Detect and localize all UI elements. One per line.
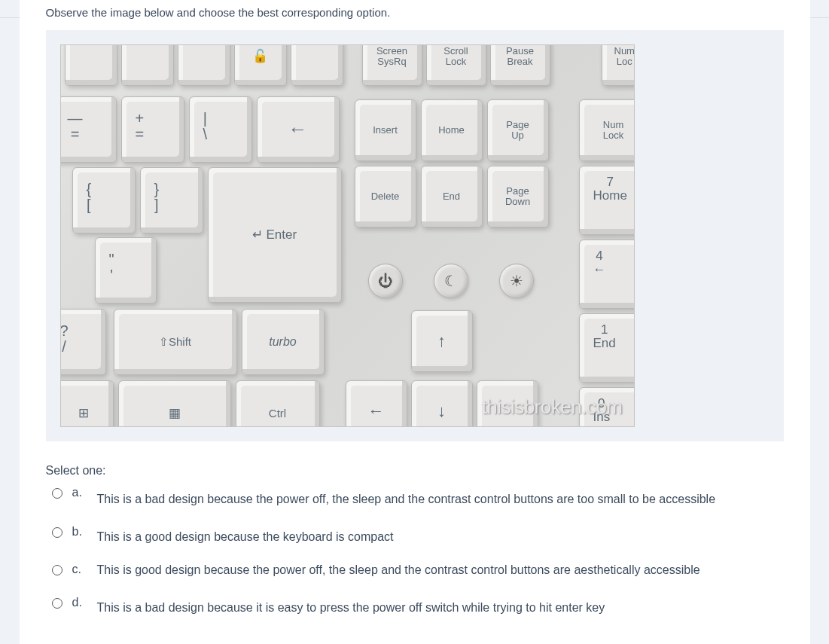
key-insert: Insert	[355, 99, 416, 161]
key-print-screen: Screen SysRq	[362, 44, 422, 86]
key-f8	[65, 44, 117, 86]
option-letter: c.	[72, 563, 87, 576]
key-space-frag: ▦	[118, 380, 231, 427]
option-d[interactable]: d. This is a bad design because it is ea…	[52, 597, 784, 615]
option-text: This is a good design because the keyboa…	[97, 530, 784, 544]
key-pipe: | \	[189, 96, 252, 163]
key-end: End	[421, 166, 483, 227]
key-backspace: ←	[257, 96, 340, 163]
key-scroll-lock: Scroll Lock	[426, 44, 486, 86]
option-text: This is a bad design because it is easy …	[97, 601, 784, 615]
key-shift: ⇧Shift	[114, 309, 237, 375]
select-one-label: Select one:	[46, 464, 784, 478]
key-pause-break: Pause Break	[490, 44, 550, 86]
option-c[interactable]: c. This is good design because the power…	[52, 563, 784, 577]
option-text: This is a bad design because the power o…	[97, 493, 784, 506]
key-apostrophe: " '	[95, 237, 157, 304]
key-f11: 🔓	[234, 44, 287, 86]
key-turbo: turbo	[242, 309, 325, 375]
key-f9	[121, 44, 174, 86]
key-numpad-7: 7 Home	[579, 166, 635, 235]
key-arrow-left: ←	[346, 380, 407, 427]
key-plus: + =	[121, 96, 184, 163]
key-enter: ↵ Enter	[208, 167, 342, 303]
quiz-page: Observe the image below and choose the b…	[20, 0, 810, 644]
radio-icon[interactable]	[52, 488, 62, 499]
radio-icon[interactable]	[52, 598, 62, 609]
keyboard-image: 🔓 Screen SysRq Scroll Lock Pause Break N…	[60, 44, 635, 427]
key-arrow-down: ↓	[411, 380, 473, 427]
key-numpad-4: 4 ←	[579, 240, 635, 309]
option-b[interactable]: b. This is a good design because the key…	[52, 526, 784, 544]
options-list: a. This is a bad design because the powe…	[52, 487, 784, 615]
key-num-lock: Num Lock	[579, 99, 635, 161]
radio-icon[interactable]	[52, 565, 62, 575]
key-win: ⊞	[60, 380, 114, 427]
key-numlock-clipped: Num Loc	[602, 44, 635, 86]
key-bracket-r: } ]	[140, 167, 203, 233]
image-holder: 🔓 Screen SysRq Scroll Lock Pause Break N…	[46, 30, 784, 441]
brightness-button-icon: ☀	[499, 264, 534, 298]
image-watermark: thisisbroken.com	[481, 395, 622, 419]
question-prompt: Observe the image below and choose the b…	[46, 6, 784, 19]
key-delete: Delete	[355, 166, 416, 227]
key-bracket-l: { [	[72, 167, 136, 233]
key-f10	[178, 44, 230, 86]
question-container: Observe the image below and choose the b…	[35, 0, 795, 630]
option-letter: d.	[72, 596, 87, 609]
key-page-up: Page Up	[487, 99, 549, 161]
radio-icon[interactable]	[52, 527, 62, 538]
key-ctrl: Ctrl	[236, 380, 320, 427]
option-a[interactable]: a. This is a bad design because the powe…	[52, 487, 784, 506]
option-text: This is good design because the power of…	[97, 563, 784, 577]
key-home: Home	[421, 99, 483, 161]
key-numpad-1: 1 End	[579, 313, 635, 383]
key-page-down: Page Down	[487, 166, 549, 227]
option-letter: a.	[72, 486, 87, 499]
key-arrow-up: ↑	[411, 310, 473, 372]
key-minus: — =	[60, 96, 117, 163]
power-button-icon: ⏻	[368, 264, 403, 298]
sleep-button-icon: ☾	[434, 264, 468, 298]
key-f12	[291, 44, 343, 86]
option-letter: b.	[72, 525, 87, 539]
key-slash: ? /	[60, 309, 106, 375]
